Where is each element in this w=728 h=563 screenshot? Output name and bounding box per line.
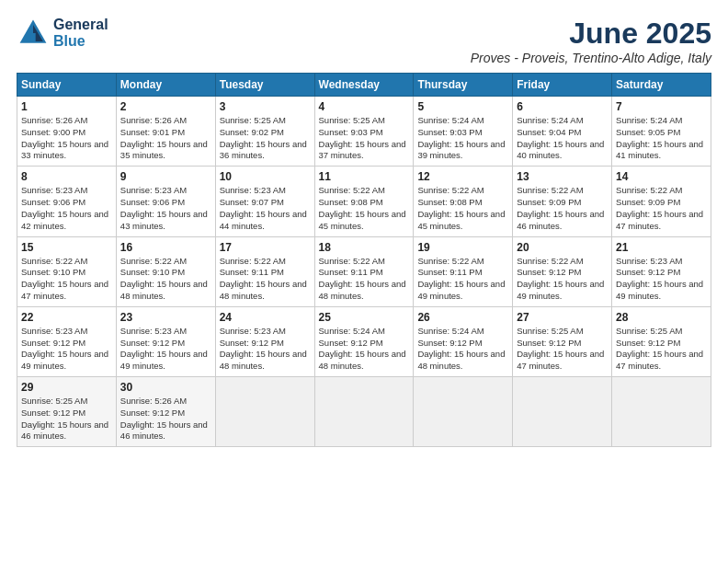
- sunrise-label: Sunrise: 5:22 AM: [21, 256, 87, 266]
- sunset-label: Sunset: 9:12 PM: [21, 338, 85, 348]
- daylight-label: Daylight: 15 hours and 37 minutes.: [319, 139, 406, 161]
- col-wednesday: Wednesday: [314, 74, 414, 97]
- day-number: 25: [319, 311, 410, 324]
- sunset-label: Sunset: 9:09 PM: [517, 197, 581, 207]
- daylight-label: Daylight: 15 hours and 48 minutes.: [417, 349, 505, 371]
- sunrise-label: Sunrise: 5:24 AM: [417, 115, 483, 125]
- day-number: 30: [120, 381, 211, 394]
- sunset-label: Sunset: 9:12 PM: [21, 408, 85, 418]
- daylight-label: Daylight: 15 hours and 40 minutes.: [517, 139, 604, 161]
- day-info: Sunrise: 5:22 AM Sunset: 9:11 PM Dayligh…: [220, 256, 311, 303]
- day-info: Sunrise: 5:25 AM Sunset: 9:12 PM Dayligh…: [21, 396, 112, 442]
- calendar-day-cell: [513, 377, 612, 447]
- calendar-day-cell: 28 Sunrise: 5:25 AM Sunset: 9:12 PM Dayl…: [612, 306, 711, 376]
- day-info: Sunrise: 5:24 AM Sunset: 9:04 PM Dayligh…: [517, 115, 608, 162]
- sunrise-label: Sunrise: 5:26 AM: [120, 396, 187, 406]
- daylight-label: Daylight: 15 hours and 45 minutes.: [417, 209, 505, 231]
- day-info: Sunrise: 5:22 AM Sunset: 9:08 PM Dayligh…: [319, 185, 410, 232]
- sunrise-label: Sunrise: 5:25 AM: [220, 115, 286, 125]
- daylight-label: Daylight: 15 hours and 49 minutes.: [21, 349, 108, 371]
- day-number: 6: [517, 100, 608, 113]
- day-info: Sunrise: 5:22 AM Sunset: 9:12 PM Dayligh…: [517, 256, 608, 303]
- sunset-label: Sunset: 9:00 PM: [21, 127, 85, 137]
- day-info: Sunrise: 5:26 AM Sunset: 9:01 PM Dayligh…: [120, 115, 211, 162]
- sunset-label: Sunset: 9:03 PM: [417, 127, 482, 137]
- day-number: 9: [120, 170, 211, 183]
- day-number: 28: [616, 311, 707, 324]
- daylight-label: Daylight: 15 hours and 48 minutes.: [220, 279, 307, 301]
- day-number: 23: [120, 311, 211, 324]
- day-number: 1: [21, 100, 112, 113]
- sunset-label: Sunset: 9:06 PM: [21, 197, 85, 207]
- sunrise-label: Sunrise: 5:22 AM: [517, 185, 583, 195]
- sunrise-label: Sunrise: 5:23 AM: [120, 185, 187, 195]
- daylight-label: Daylight: 15 hours and 43 minutes.: [120, 209, 208, 231]
- sunrise-label: Sunrise: 5:26 AM: [21, 115, 87, 125]
- day-info: Sunrise: 5:23 AM Sunset: 9:07 PM Dayligh…: [220, 185, 311, 232]
- sunrise-label: Sunrise: 5:22 AM: [120, 256, 187, 266]
- sunset-label: Sunset: 9:12 PM: [616, 267, 680, 277]
- calendar-week-row: 8 Sunrise: 5:23 AM Sunset: 9:06 PM Dayli…: [17, 167, 711, 236]
- sunrise-label: Sunrise: 5:23 AM: [21, 185, 87, 195]
- sunrise-label: Sunrise: 5:23 AM: [220, 185, 286, 195]
- day-number: 22: [21, 311, 112, 324]
- day-info: Sunrise: 5:25 AM Sunset: 9:03 PM Dayligh…: [319, 115, 410, 162]
- daylight-label: Daylight: 15 hours and 49 minutes.: [120, 349, 208, 371]
- day-number: 18: [319, 241, 410, 254]
- daylight-label: Daylight: 15 hours and 49 minutes.: [616, 279, 703, 301]
- day-info: Sunrise: 5:22 AM Sunset: 9:09 PM Dayligh…: [517, 185, 608, 232]
- sunrise-label: Sunrise: 5:24 AM: [417, 326, 483, 336]
- calendar-header-row: Sunday Monday Tuesday Wednesday Thursday…: [17, 74, 711, 97]
- sunrise-label: Sunrise: 5:22 AM: [319, 256, 385, 266]
- day-info: Sunrise: 5:24 AM Sunset: 9:03 PM Dayligh…: [417, 115, 508, 162]
- calendar-day-cell: 26 Sunrise: 5:24 AM Sunset: 9:12 PM Dayl…: [414, 306, 513, 376]
- daylight-label: Daylight: 15 hours and 44 minutes.: [220, 209, 307, 231]
- day-info: Sunrise: 5:22 AM Sunset: 9:11 PM Dayligh…: [319, 256, 410, 303]
- daylight-label: Daylight: 15 hours and 48 minutes.: [319, 279, 406, 301]
- calendar-day-cell: 6 Sunrise: 5:24 AM Sunset: 9:04 PM Dayli…: [513, 97, 612, 167]
- sunset-label: Sunset: 9:11 PM: [417, 267, 482, 277]
- day-number: 14: [616, 170, 707, 183]
- daylight-label: Daylight: 15 hours and 41 minutes.: [616, 139, 703, 161]
- day-number: 17: [220, 241, 311, 254]
- calendar-day-cell: 3 Sunrise: 5:25 AM Sunset: 9:02 PM Dayli…: [215, 97, 314, 167]
- sunset-label: Sunset: 9:12 PM: [517, 267, 581, 277]
- day-info: Sunrise: 5:25 AM Sunset: 9:12 PM Dayligh…: [616, 326, 707, 373]
- sunrise-label: Sunrise: 5:22 AM: [517, 256, 583, 266]
- sunrise-label: Sunrise: 5:22 AM: [417, 185, 483, 195]
- day-number: 7: [616, 100, 707, 113]
- day-number: 16: [120, 241, 211, 254]
- calendar-day-cell: 11 Sunrise: 5:22 AM Sunset: 9:08 PM Dayl…: [314, 167, 414, 236]
- calendar-day-cell: 27 Sunrise: 5:25 AM Sunset: 9:12 PM Dayl…: [513, 306, 612, 376]
- sunrise-label: Sunrise: 5:24 AM: [319, 326, 385, 336]
- day-info: Sunrise: 5:24 AM Sunset: 9:12 PM Dayligh…: [417, 326, 508, 373]
- calendar-day-cell: 2 Sunrise: 5:26 AM Sunset: 9:01 PM Dayli…: [116, 97, 215, 167]
- calendar-table: Sunday Monday Tuesday Wednesday Thursday…: [17, 73, 711, 447]
- calendar-day-cell: 21 Sunrise: 5:23 AM Sunset: 9:12 PM Dayl…: [612, 236, 711, 306]
- calendar-day-cell: 14 Sunrise: 5:22 AM Sunset: 9:09 PM Dayl…: [612, 167, 711, 236]
- day-info: Sunrise: 5:23 AM Sunset: 9:06 PM Dayligh…: [21, 185, 112, 232]
- sunrise-label: Sunrise: 5:25 AM: [616, 326, 682, 336]
- sunset-label: Sunset: 9:04 PM: [517, 127, 581, 137]
- daylight-label: Daylight: 15 hours and 48 minutes.: [319, 349, 406, 371]
- sunset-label: Sunset: 9:12 PM: [319, 338, 383, 348]
- calendar-day-cell: 22 Sunrise: 5:23 AM Sunset: 9:12 PM Dayl…: [17, 306, 117, 376]
- day-info: Sunrise: 5:26 AM Sunset: 9:12 PM Dayligh…: [120, 396, 211, 442]
- day-number: 19: [417, 241, 508, 254]
- sunrise-label: Sunrise: 5:25 AM: [319, 115, 385, 125]
- day-info: Sunrise: 5:23 AM Sunset: 9:06 PM Dayligh…: [120, 185, 211, 232]
- day-number: 3: [220, 100, 311, 113]
- daylight-label: Daylight: 15 hours and 46 minutes.: [120, 419, 208, 442]
- page: General Blue June 2025 Proves - Proveis,…: [0, 0, 728, 563]
- day-info: Sunrise: 5:22 AM Sunset: 9:11 PM Dayligh…: [417, 256, 508, 303]
- day-number: 20: [517, 241, 608, 254]
- daylight-label: Daylight: 15 hours and 48 minutes.: [220, 349, 307, 371]
- sunrise-label: Sunrise: 5:25 AM: [517, 326, 583, 336]
- logo-text: General Blue: [53, 17, 108, 49]
- day-number: 24: [220, 311, 311, 324]
- sunset-label: Sunset: 9:12 PM: [517, 338, 581, 348]
- sunrise-label: Sunrise: 5:22 AM: [616, 185, 682, 195]
- calendar-day-cell: 9 Sunrise: 5:23 AM Sunset: 9:06 PM Dayli…: [116, 167, 215, 236]
- logo-icon: [17, 17, 50, 50]
- sunrise-label: Sunrise: 5:23 AM: [220, 326, 286, 336]
